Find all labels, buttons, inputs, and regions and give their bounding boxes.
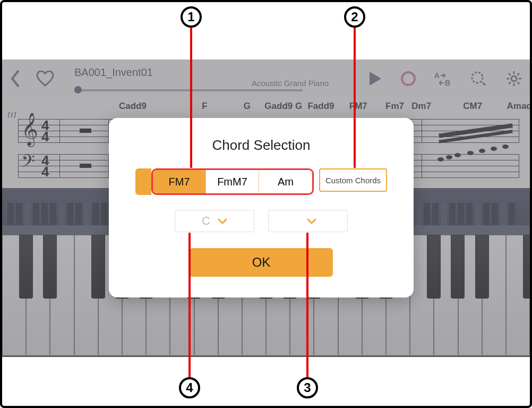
callout-line-2: [354, 27, 356, 168]
chord-option-3[interactable]: Am: [259, 170, 312, 193]
ok-button[interactable]: OK: [190, 248, 333, 277]
callout-2: 2: [344, 6, 365, 28]
chord-option-2[interactable]: FmM7: [206, 170, 259, 193]
root-note-dropdown[interactable]: C: [175, 210, 254, 232]
callout-line-1: [190, 27, 192, 168]
chord-selection-dialog: Chord Selection FM7 FmM7 Am Custom Chord…: [109, 118, 414, 298]
chord-suggestions: FM7 FmM7 Am: [151, 168, 314, 195]
root-note-value: C: [202, 214, 210, 228]
custom-chords-button[interactable]: Custom Chords: [319, 168, 387, 192]
callout-4: 4: [179, 377, 200, 398]
callout-line-3: [306, 233, 308, 377]
close-icon[interactable]: [528, 0, 532, 26]
chord-quality-dropdown[interactable]: [268, 210, 348, 232]
callout-3: 3: [297, 377, 318, 398]
callout-1: 1: [181, 6, 202, 28]
chevron-down-icon: [307, 214, 316, 228]
chevron-down-icon: [218, 214, 227, 228]
callout-line-4: [188, 233, 191, 377]
chord-option-1[interactable]: FM7: [153, 170, 206, 193]
segment-lead-bar: [135, 168, 151, 195]
